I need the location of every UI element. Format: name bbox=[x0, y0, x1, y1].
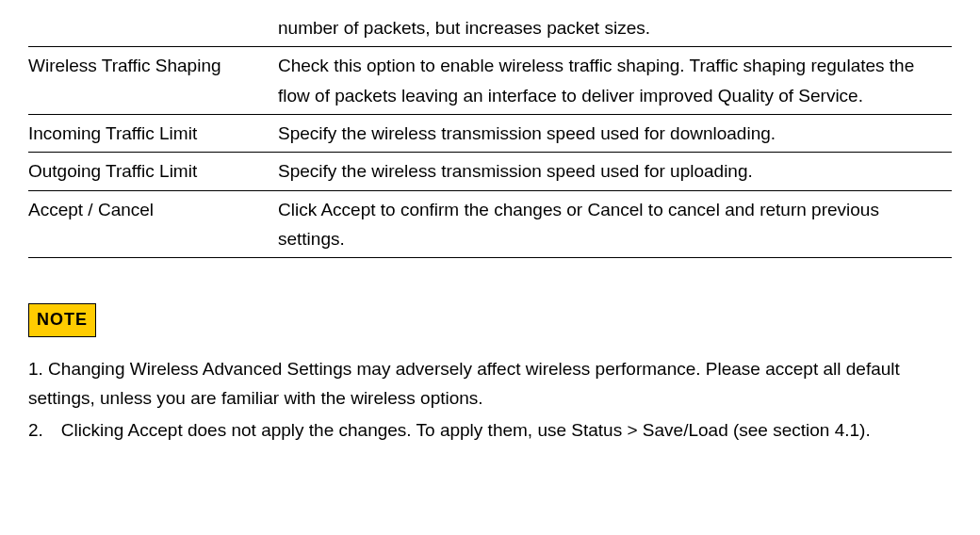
table-row: Incoming Traffic Limit Specify the wirel… bbox=[28, 115, 952, 153]
table-row: Outgoing Traffic Limit Specify the wirel… bbox=[28, 153, 952, 190]
note-text: 1. Changing Wireless Advanced Settings m… bbox=[28, 354, 952, 445]
row-description: Specify the wireless transmission speed … bbox=[278, 115, 952, 153]
settings-table: number of packets, but increases packet … bbox=[28, 9, 952, 258]
row-label bbox=[28, 9, 278, 47]
table-row: Accept / Cancel Click Accept to confirm … bbox=[28, 190, 952, 258]
row-label: Wireless Traffic Shaping bbox=[28, 47, 278, 115]
row-description: number of packets, but increases packet … bbox=[278, 9, 952, 47]
row-label: Accept / Cancel bbox=[28, 190, 278, 258]
row-description: Specify the wireless transmission speed … bbox=[278, 153, 952, 190]
note-item-1: 1. Changing Wireless Advanced Settings m… bbox=[28, 354, 952, 413]
table-row: Wireless Traffic Shaping Check this opti… bbox=[28, 47, 952, 115]
row-description: Check this option to enable wireless tra… bbox=[278, 47, 952, 115]
note-badge: NOTE bbox=[28, 303, 96, 337]
note-item-2: 2. Clicking Accept does not apply the ch… bbox=[28, 415, 952, 445]
row-label: Incoming Traffic Limit bbox=[28, 115, 278, 153]
row-description: Click Accept to confirm the changes or C… bbox=[278, 190, 952, 258]
row-label: Outgoing Traffic Limit bbox=[28, 153, 278, 190]
table-row: number of packets, but increases packet … bbox=[28, 9, 952, 47]
